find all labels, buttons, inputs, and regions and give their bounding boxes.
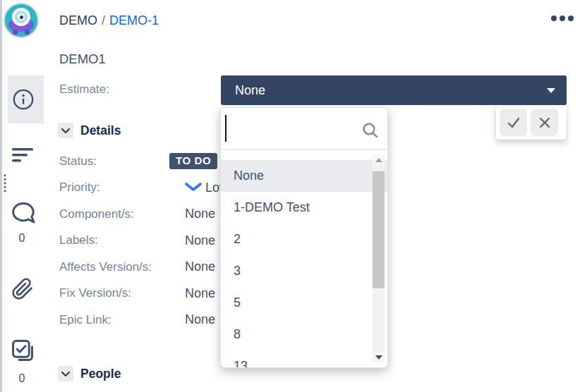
field-label: Epic Link: — [59, 313, 185, 327]
estimate-dropdown-panel: None 1-DEMO Test 2 3 5 8 13 — [220, 107, 388, 368]
people-section-header[interactable]: People — [58, 366, 121, 381]
field-label: Status: — [59, 154, 169, 169]
scrollbar-down-arrow[interactable] — [373, 352, 385, 363]
issue-summary: DEMO1 — [59, 51, 106, 67]
chevron-down-icon[interactable] — [58, 366, 73, 381]
labels-value[interactable]: None — [185, 233, 215, 248]
option-none[interactable]: None — [221, 160, 387, 192]
dropdown-search-input[interactable] — [228, 114, 355, 145]
dropdown-search-box — [221, 108, 387, 150]
close-icon — [538, 116, 552, 130]
avatar-monster-leg — [13, 30, 18, 35]
scrollbar-up-arrow[interactable] — [373, 154, 385, 166]
field-label: Priority: — [59, 180, 185, 195]
details-section-header[interactable]: Details — [58, 123, 121, 138]
avatar-monster-eye — [20, 16, 23, 19]
comments-icon[interactable] — [10, 200, 37, 228]
priority-low-icon — [185, 180, 202, 195]
worklog-list-icon[interactable] — [12, 147, 35, 166]
components-value[interactable]: None — [185, 207, 215, 221]
option-8[interactable]: 8 — [221, 319, 387, 350]
field-label: Component/s: — [59, 207, 185, 221]
option-1-demo-test[interactable]: 1-DEMO Test — [221, 192, 387, 223]
estimate-select[interactable]: None — [221, 75, 567, 105]
epic-link-value[interactable]: None — [185, 312, 215, 327]
status-badge[interactable]: TO DO — [169, 153, 217, 169]
inline-edit-confirm-panel — [496, 105, 567, 140]
sidebar-divider — [0, 0, 2, 392]
more-actions-kebab-icon[interactable] — [551, 16, 574, 21]
subtasks-icon[interactable] — [11, 338, 35, 365]
field-label: Fix Version/s: — [59, 286, 185, 300]
breadcrumb-issue-link[interactable]: DEMO-1 — [109, 13, 159, 27]
check-icon — [506, 115, 521, 130]
dropdown-options-list: None 1-DEMO Test 2 3 5 8 13 — [221, 151, 387, 367]
field-label: Labels: — [59, 233, 185, 247]
sidebar: 0 0 — [0, 0, 44, 392]
option-13[interactable]: 13 — [221, 350, 387, 368]
people-section-title: People — [80, 367, 121, 381]
chevron-down-icon[interactable] — [58, 123, 73, 138]
field-label: Affects Version/s: — [59, 260, 185, 274]
affects-versions-value[interactable]: None — [185, 259, 215, 274]
breadcrumb-separator: / — [97, 13, 109, 27]
scrollbar-thumb[interactable] — [373, 171, 385, 288]
dropdown-scrollbar[interactable] — [373, 154, 385, 363]
subtasks-count: 0 — [0, 372, 44, 385]
option-2[interactable]: 2 — [221, 223, 387, 255]
estimate-selected-value: None — [221, 75, 567, 105]
info-icon[interactable] — [13, 89, 34, 113]
drag-dots-icon[interactable] — [3, 173, 7, 196]
text-cursor — [225, 115, 226, 142]
confirm-check-button[interactable] — [500, 109, 527, 136]
select-caret-icon — [547, 88, 555, 93]
avatar-monster-leg — [25, 30, 30, 35]
breadcrumb: DEMO/DEMO-1 — [59, 13, 159, 28]
comments-count: 0 — [0, 232, 44, 245]
breadcrumb-project-link[interactable]: DEMO — [59, 13, 97, 27]
option-5[interactable]: 5 — [221, 287, 387, 319]
option-3[interactable]: 3 — [221, 255, 387, 287]
search-icon — [362, 122, 379, 142]
estimate-field-label: Estimate: — [59, 82, 109, 97]
project-avatar[interactable] — [4, 3, 39, 38]
cancel-x-button[interactable] — [531, 109, 558, 136]
attachments-paperclip-icon[interactable] — [11, 278, 34, 303]
fix-versions-value[interactable]: None — [185, 286, 215, 301]
details-section-title: Details — [80, 123, 121, 138]
